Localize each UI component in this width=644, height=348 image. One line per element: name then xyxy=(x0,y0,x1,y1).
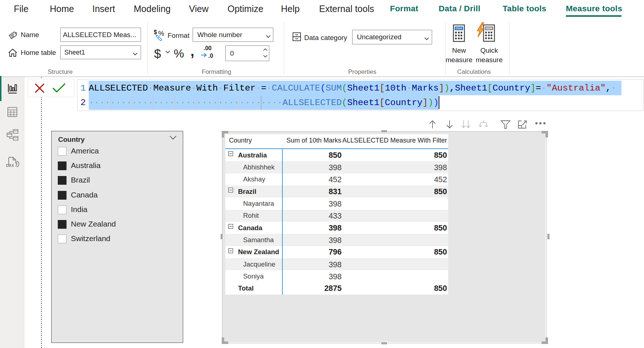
svg-text:,: , xyxy=(190,44,194,59)
svg-text:DAX: DAX xyxy=(6,163,14,168)
svg-text:$: $ xyxy=(154,47,161,60)
svg-text:.00: .00 xyxy=(204,45,212,51)
svg-text:.0: .0 xyxy=(208,53,213,59)
svg-text:$: $ xyxy=(154,29,157,35)
svg-text:%: % xyxy=(158,29,164,37)
svg-text:%: % xyxy=(174,47,184,60)
